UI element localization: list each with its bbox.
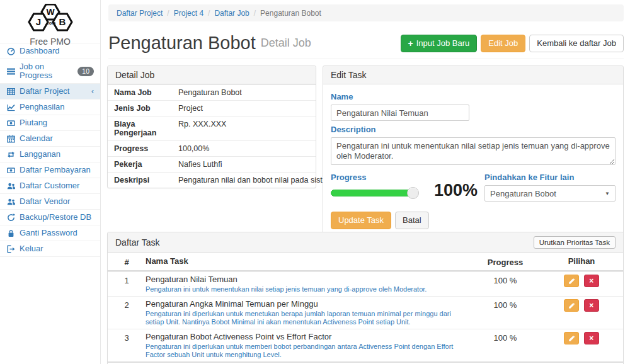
detail-row: Deskripsi Pengaturan nilai dan bobot nil… — [108, 172, 316, 188]
batal-button[interactable]: Batal — [395, 212, 429, 229]
kembali-button[interactable]: Kembali ke daftar Job — [529, 35, 624, 52]
detail-label: Deskripsi — [108, 173, 173, 188]
edit-job-button[interactable]: Edit Job — [481, 35, 525, 52]
breadcrumb-separator: / — [167, 9, 169, 18]
svg-text:W: W — [46, 7, 55, 17]
retweet-icon — [6, 151, 15, 159]
breadcrumb-separator: / — [208, 9, 210, 18]
table-icon — [6, 88, 15, 96]
delete-task-button[interactable]: × — [584, 299, 599, 312]
edit-task-button[interactable] — [564, 332, 579, 344]
lock-icon — [6, 229, 15, 237]
progress-slider[interactable] — [331, 190, 414, 196]
users-icon — [6, 198, 15, 206]
update-task-button[interactable]: Update Task — [331, 212, 391, 229]
sidebar-item-piutang[interactable]: Piutang — [0, 115, 100, 130]
chevron-left-icon: ‹ — [91, 87, 94, 96]
app-logo: W J B .com Free PMO — [0, 0, 100, 43]
pencil-icon — [568, 335, 575, 342]
col-name: Nama Task — [146, 256, 471, 267]
task-description: Pengaturan ini diperlukan untuk menetuka… — [146, 310, 462, 326]
sidebar-item-daftar-pembayaran[interactable]: Daftar Pembayaran — [0, 162, 100, 178]
task-title: Pengaturan Nilai Temuan — [146, 275, 462, 285]
sidebar-item-daftar-project[interactable]: Daftar Project ‹ — [0, 83, 100, 99]
detail-label: Biaya Pengerjaan — [108, 117, 173, 140]
task-table-footer: Total 100,00 % Urutkan Prioritas Task — [108, 361, 623, 364]
sidebar-item-label: Langganan — [20, 150, 60, 159]
progress-percent-text: 100% — [434, 181, 478, 200]
detail-value: 100,00% — [173, 141, 316, 156]
edit-task-button[interactable] — [564, 275, 579, 287]
task-title: Pengaturan Bobot Activeness Point vs Eff… — [146, 332, 462, 342]
sidebar-item-label: Daftar Project — [20, 87, 69, 96]
detail-job-panel-title: Detail Job — [108, 66, 316, 84]
delete-task-button[interactable]: × — [584, 332, 599, 344]
line-chart-icon — [6, 103, 15, 111]
job-count-badge: 10 — [77, 67, 94, 76]
description-label: Description — [331, 125, 616, 134]
svg-text:B: B — [59, 16, 66, 27]
sidebar-item-backup-restore[interactable]: Backup/Restore DB — [0, 209, 100, 225]
name-label: Name — [331, 92, 616, 101]
page-subtitle: Detail Job — [261, 37, 311, 50]
detail-label: Progress — [108, 141, 173, 156]
sidebar-item-label: Daftar Pembayaran — [20, 166, 91, 174]
move-feature-selected-value: Pengaturan Bobot — [490, 189, 556, 198]
task-num: 1 — [108, 275, 146, 293]
move-feature-select[interactable]: Pengaturan Bobot ▼ — [484, 185, 616, 202]
chevron-down-icon: ▼ — [605, 191, 610, 196]
page-title: Pengaturan Bobot — [108, 33, 256, 54]
sidebar-item-daftar-vendor[interactable]: Daftar Vendor — [0, 193, 100, 209]
detail-value: Project — [173, 101, 316, 116]
sidebar-item-daftar-customer[interactable]: Daftar Customer — [0, 178, 100, 193]
sidebar-item-label: Piutang — [20, 118, 47, 127]
users-icon — [6, 182, 15, 190]
task-name-input[interactable] — [331, 105, 469, 121]
breadcrumb-project-4[interactable]: Project 4 — [174, 9, 203, 18]
breadcrumb-daftar-project[interactable]: Daftar Project — [117, 9, 163, 18]
list-icon — [6, 67, 15, 76]
sidebar-item-label: Keluar — [20, 244, 43, 253]
sidebar-item-penghasilan[interactable]: Penghasilan — [0, 99, 100, 115]
detail-label: Nama Job — [108, 85, 173, 100]
sidebar-nav: Dashboard Job on Progress 10 Daftar Proj… — [0, 43, 100, 257]
sidebar-item-label: Backup/Restore DB — [20, 213, 91, 222]
breadcrumb-current: Pengaturan Bobot — [260, 9, 321, 18]
detail-row: Progress 100,00% — [108, 140, 316, 156]
sidebar-item-calendar[interactable]: Calendar — [0, 130, 100, 146]
sidebar-item-langganan[interactable]: Langganan — [0, 146, 100, 162]
detail-row: Biaya Pengerjaan Rp. XXX.XXX — [108, 116, 316, 140]
dashboard-icon — [6, 47, 15, 55]
edit-task-button[interactable] — [564, 299, 579, 312]
sidebar-item-keluar[interactable]: Keluar — [0, 241, 100, 257]
sidebar-item-ganti-password[interactable]: Ganti Password — [0, 225, 100, 241]
task-description: Pengaturan ini diperlukan untuk memberi … — [146, 343, 462, 359]
jwb-logo-icon: W J B .com — [20, 4, 81, 33]
move-feature-label: Pindahkan ke Fitur lain — [484, 173, 616, 182]
sort-priority-button-top[interactable]: Urutkan Prioritas Task — [534, 236, 616, 249]
sidebar-item-label: Job on Progress — [20, 62, 73, 80]
detail-value: Nafies Luthfi — [173, 157, 316, 172]
breadcrumb-daftar-job[interactable]: Daftar Job — [214, 9, 249, 18]
progress-slider-handle[interactable] — [407, 187, 419, 199]
sidebar-item-job-on-progress[interactable]: Job on Progress 10 — [0, 59, 100, 83]
refresh-icon — [6, 213, 15, 222]
task-progress: 100 % — [471, 332, 540, 359]
detail-row: Nama Job Pengaturan Bobot — [108, 84, 316, 100]
sidebar: W J B .com Free PMO Dashboard Job on Pro… — [0, 0, 101, 364]
task-description-textarea[interactable]: Pengaturan ini untuk menentukan nilai se… — [331, 137, 616, 165]
plus-icon: + — [408, 40, 413, 47]
table-row: 2 Pengaturan Angka Minimal Temuan per Mi… — [108, 296, 623, 329]
delete-task-button[interactable]: × — [584, 275, 599, 287]
edit-task-panel: Edit Task Name Description Pengaturan in… — [323, 65, 624, 237]
col-progress: Progress — [471, 256, 540, 267]
sign-out-icon — [6, 245, 15, 253]
col-actions: Pilihan — [540, 256, 623, 267]
input-job-baru-button[interactable]: + Input Job Baru — [401, 35, 478, 52]
sidebar-item-label: Ganti Password — [20, 229, 77, 237]
svg-text:J: J — [35, 16, 40, 27]
pencil-icon — [568, 302, 575, 309]
sidebar-item-label: Calendar — [20, 134, 53, 143]
daftar-task-panel-title: Daftar Task — [115, 237, 160, 247]
sidebar-item-label: Dashboard — [20, 47, 60, 55]
